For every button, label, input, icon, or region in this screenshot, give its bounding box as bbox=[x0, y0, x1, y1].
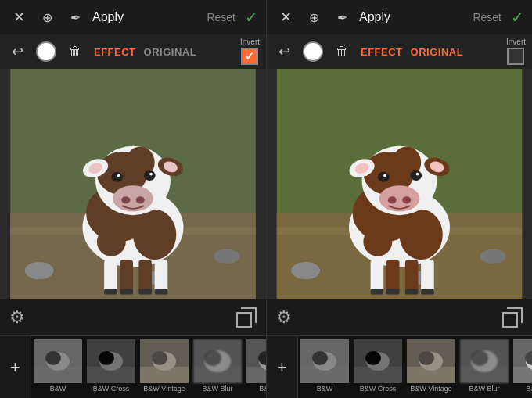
reset-label-right[interactable]: Reset bbox=[473, 11, 501, 23]
gear-icon-left[interactable]: ⚙ bbox=[9, 307, 25, 328]
apply-label-right[interactable]: Apply bbox=[359, 10, 466, 24]
filter-bwblur-right[interactable]: B&W Blur bbox=[458, 336, 511, 398]
svg-point-62 bbox=[400, 210, 443, 260]
add-filter-button-left[interactable]: + bbox=[0, 336, 31, 398]
right-panel: ✕ ⊕ ✒ Apply Reset ✓ ↩ 🗑 EFFECT ORIGINAL … bbox=[266, 0, 532, 398]
filter-items-right: B&W B&W Cross B&W Vintage bbox=[298, 336, 532, 398]
svg-point-57 bbox=[291, 262, 320, 279]
svg-rect-66 bbox=[405, 260, 419, 292]
top-bar-right: ✕ ⊕ ✒ Apply Reset ✓ bbox=[267, 0, 532, 34]
invert-checkbox-left[interactable]: ✓ bbox=[241, 48, 258, 65]
close-icon-right[interactable]: ✕ bbox=[275, 9, 297, 26]
filter-bwblur-left[interactable]: B&W Blur bbox=[191, 336, 244, 398]
brush-icon-right[interactable]: ✒ bbox=[331, 10, 353, 25]
filter-bwcross-label-right: B&W Cross bbox=[360, 385, 397, 393]
filter-bwvintage-right[interactable]: B&W Vintage bbox=[404, 336, 458, 398]
crosshair-icon-left[interactable]: ⊕ bbox=[36, 10, 58, 25]
filter-bwcross-left[interactable]: B&W Cross bbox=[84, 336, 138, 398]
filter-bwh-right[interactable]: B&W H bbox=[511, 336, 532, 398]
svg-point-79 bbox=[410, 170, 422, 181]
filter-bwvintage-label-right: B&W Vintage bbox=[410, 385, 451, 393]
svg-point-89 bbox=[312, 351, 328, 365]
svg-point-77 bbox=[402, 196, 411, 203]
filter-items-left: B&W B&W Cross B&W Vintage bbox=[31, 336, 266, 398]
svg-rect-67 bbox=[421, 260, 434, 292]
svg-rect-64 bbox=[371, 260, 384, 292]
effect-tab-left[interactable]: EFFECT bbox=[94, 46, 136, 58]
add-filter-button-right[interactable]: + bbox=[267, 336, 298, 398]
second-bar-right: ↩ 🗑 EFFECT ORIGINAL Invert ✓ bbox=[267, 34, 532, 69]
filter-bwblur-label-right: B&W Blur bbox=[469, 385, 499, 393]
crosshair-icon-right[interactable]: ⊕ bbox=[303, 10, 325, 25]
brush-size-right[interactable] bbox=[303, 41, 323, 62]
invert-container-right: Invert ✓ bbox=[506, 38, 526, 65]
original-tab-left[interactable]: ORIGINAL bbox=[144, 46, 197, 58]
frames-icon-left[interactable] bbox=[236, 307, 257, 328]
filter-strip-left: + B&W B&W Cross B&W Vintage bbox=[0, 335, 266, 398]
svg-point-45 bbox=[152, 351, 167, 365]
undo-icon-right[interactable]: ↩ bbox=[273, 43, 295, 60]
svg-point-101 bbox=[471, 350, 488, 366]
invert-check-mark-left: ✓ bbox=[245, 50, 254, 63]
svg-point-97 bbox=[419, 351, 434, 365]
invert-container-left: Invert ✓ bbox=[240, 38, 260, 65]
second-bar-left: ↩ 🗑 EFFECT ORIGINAL Invert ✓ bbox=[0, 34, 266, 69]
filter-bw-label-right: B&W bbox=[317, 385, 333, 393]
image-area-right bbox=[267, 69, 532, 299]
filter-bwvintage-left[interactable]: B&W Vintage bbox=[138, 336, 191, 398]
trash-icon-left[interactable]: 🗑 bbox=[64, 45, 86, 59]
svg-point-49 bbox=[204, 350, 221, 366]
check-icon-right[interactable]: ✓ bbox=[511, 8, 524, 27]
svg-rect-70 bbox=[405, 289, 419, 294]
cow-image-right bbox=[267, 69, 532, 299]
gear-icon-right[interactable]: ⚙ bbox=[276, 307, 292, 328]
filter-bwvintage-label-left: B&W Vintage bbox=[143, 385, 185, 393]
top-bar-left: ✕ ⊕ ✒ Apply Reset ✓ bbox=[0, 0, 266, 34]
svg-rect-65 bbox=[386, 260, 400, 292]
svg-rect-32 bbox=[10, 69, 255, 299]
svg-point-93 bbox=[365, 351, 381, 365]
effect-tab-right[interactable]: EFFECT bbox=[361, 46, 403, 58]
filter-bwh-label-right: B&W H bbox=[526, 385, 532, 393]
svg-point-41 bbox=[99, 351, 114, 365]
svg-point-58 bbox=[480, 249, 506, 263]
svg-rect-69 bbox=[386, 289, 400, 294]
svg-rect-68 bbox=[371, 289, 384, 294]
svg-rect-103 bbox=[513, 367, 532, 383]
filter-bwcross-right[interactable]: B&W Cross bbox=[351, 336, 404, 398]
undo-icon-left[interactable]: ↩ bbox=[6, 43, 28, 60]
svg-point-63 bbox=[363, 228, 392, 256]
original-tab-right[interactable]: ORIGINAL bbox=[411, 46, 464, 58]
invert-label-left: Invert bbox=[240, 38, 260, 46]
image-area-left bbox=[0, 69, 266, 299]
trash-icon-right[interactable]: 🗑 bbox=[331, 45, 353, 59]
check-icon-left[interactable]: ✓ bbox=[245, 8, 258, 27]
frames-icon-right[interactable] bbox=[502, 307, 523, 328]
svg-point-80 bbox=[383, 174, 386, 177]
brush-size-left[interactable] bbox=[36, 41, 56, 62]
brush-icon-left[interactable]: ✒ bbox=[64, 10, 86, 25]
svg-point-78 bbox=[378, 172, 390, 182]
left-panel: ✕ ⊕ ✒ Apply Reset ✓ ↩ 🗑 EFFECT ORIGINAL … bbox=[0, 0, 266, 398]
svg-rect-51 bbox=[246, 367, 266, 383]
bottom-icons-right: ⚙ bbox=[267, 299, 532, 335]
filter-bw-label-left: B&W bbox=[50, 385, 66, 393]
invert-checkbox-right[interactable]: ✓ bbox=[507, 48, 524, 65]
cow-image-left bbox=[0, 69, 266, 299]
apply-label-left[interactable]: Apply bbox=[92, 10, 200, 24]
close-icon-left[interactable]: ✕ bbox=[8, 9, 30, 26]
filter-bwh-label-left: B&W H bbox=[259, 385, 266, 393]
svg-point-75 bbox=[379, 185, 420, 211]
filter-bw-left[interactable]: B&W bbox=[31, 336, 84, 398]
filter-bwcross-label-left: B&W Cross bbox=[93, 385, 130, 393]
svg-point-76 bbox=[388, 196, 397, 203]
filter-bw-right[interactable]: B&W bbox=[298, 336, 351, 398]
filter-bwblur-label-left: B&W Blur bbox=[202, 385, 232, 393]
svg-rect-71 bbox=[421, 289, 434, 294]
filter-bwh-left[interactable]: B&W H bbox=[244, 336, 266, 398]
svg-point-81 bbox=[416, 173, 419, 176]
filter-strip-right: + B&W B&W Cross B&W Vintage bbox=[267, 335, 532, 398]
bottom-icons-left: ⚙ bbox=[0, 299, 266, 335]
reset-label-left[interactable]: Reset bbox=[207, 11, 235, 23]
svg-rect-37 bbox=[34, 339, 82, 383]
